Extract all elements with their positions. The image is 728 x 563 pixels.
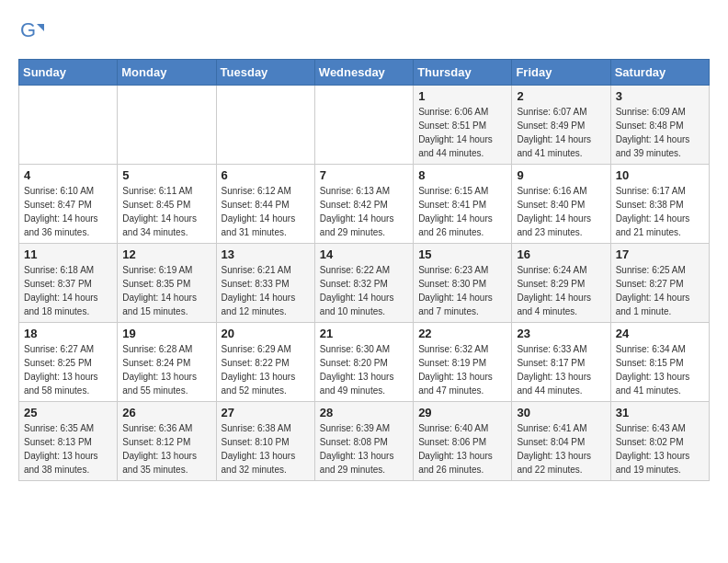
day-number: 17	[616, 247, 704, 261]
calendar-cell: 30Sunrise: 6:41 AM Sunset: 8:04 PM Dayli…	[512, 402, 610, 481]
calendar-cell: 27Sunrise: 6:38 AM Sunset: 8:10 PM Dayli…	[216, 402, 314, 481]
day-number: 21	[320, 327, 408, 340]
cell-info: Sunrise: 6:33 AM Sunset: 8:17 PM Dayligh…	[517, 342, 605, 397]
day-number: 7	[320, 168, 408, 182]
logo-icon: G	[18, 18, 44, 44]
cell-info: Sunrise: 6:35 AM Sunset: 8:13 PM Dayligh…	[24, 421, 112, 477]
cell-info: Sunrise: 6:11 AM Sunset: 8:45 PM Dayligh…	[122, 184, 210, 239]
svg-text:G: G	[20, 18, 36, 41]
weekday-header-sunday: Sunday	[19, 60, 118, 86]
cell-info: Sunrise: 6:19 AM Sunset: 8:35 PM Dayligh…	[122, 263, 210, 318]
calendar-cell: 2Sunrise: 6:07 AM Sunset: 8:49 PM Daylig…	[512, 86, 610, 165]
calendar-cell: 19Sunrise: 6:28 AM Sunset: 8:24 PM Dayli…	[118, 323, 216, 402]
calendar-cell: 16Sunrise: 6:24 AM Sunset: 8:29 PM Dayli…	[512, 244, 610, 323]
cell-info: Sunrise: 6:30 AM Sunset: 8:20 PM Dayligh…	[320, 342, 408, 397]
calendar-cell	[19, 86, 118, 165]
weekday-header-friday: Friday	[512, 60, 610, 86]
day-number: 20	[222, 327, 310, 340]
calendar-cell: 31Sunrise: 6:43 AM Sunset: 8:02 PM Dayli…	[610, 402, 709, 481]
calendar-cell: 4Sunrise: 6:10 AM Sunset: 8:47 PM Daylig…	[19, 165, 118, 244]
cell-info: Sunrise: 6:25 AM Sunset: 8:27 PM Dayligh…	[616, 263, 704, 318]
weekday-header-row: SundayMondayTuesdayWednesdayThursdayFrid…	[19, 60, 710, 86]
calendar-cell: 1Sunrise: 6:06 AM Sunset: 8:51 PM Daylig…	[414, 86, 512, 165]
cell-info: Sunrise: 6:40 AM Sunset: 8:06 PM Dayligh…	[418, 421, 506, 477]
calendar-cell: 29Sunrise: 6:40 AM Sunset: 8:06 PM Dayli…	[414, 402, 512, 481]
cell-info: Sunrise: 6:15 AM Sunset: 8:41 PM Dayligh…	[418, 184, 506, 239]
calendar-cell: 15Sunrise: 6:23 AM Sunset: 8:30 PM Dayli…	[414, 244, 512, 323]
cell-info: Sunrise: 6:16 AM Sunset: 8:40 PM Dayligh…	[517, 184, 605, 239]
cell-info: Sunrise: 6:32 AM Sunset: 8:19 PM Dayligh…	[418, 342, 506, 397]
calendar-cell: 22Sunrise: 6:32 AM Sunset: 8:19 PM Dayli…	[414, 323, 512, 402]
cell-info: Sunrise: 6:13 AM Sunset: 8:42 PM Dayligh…	[320, 184, 408, 239]
calendar-cell	[314, 86, 413, 165]
cell-info: Sunrise: 6:29 AM Sunset: 8:22 PM Dayligh…	[222, 342, 310, 397]
cell-info: Sunrise: 6:27 AM Sunset: 8:25 PM Dayligh…	[24, 342, 112, 397]
cell-info: Sunrise: 6:39 AM Sunset: 8:08 PM Dayligh…	[320, 421, 408, 477]
day-number: 28	[320, 406, 408, 419]
day-number: 26	[122, 406, 210, 419]
day-number: 19	[122, 327, 210, 340]
calendar-cell	[216, 86, 314, 165]
calendar-week-row: 1Sunrise: 6:06 AM Sunset: 8:51 PM Daylig…	[19, 86, 710, 165]
calendar-cell	[118, 86, 216, 165]
calendar-cell: 18Sunrise: 6:27 AM Sunset: 8:25 PM Dayli…	[19, 323, 118, 402]
cell-info: Sunrise: 6:23 AM Sunset: 8:30 PM Dayligh…	[418, 263, 506, 318]
cell-info: Sunrise: 6:41 AM Sunset: 8:04 PM Dayligh…	[517, 421, 605, 477]
calendar-cell: 9Sunrise: 6:16 AM Sunset: 8:40 PM Daylig…	[512, 165, 610, 244]
day-number: 6	[222, 168, 310, 182]
day-number: 4	[24, 168, 112, 182]
cell-info: Sunrise: 6:17 AM Sunset: 8:38 PM Dayligh…	[616, 184, 704, 239]
day-number: 2	[517, 89, 605, 103]
cell-info: Sunrise: 6:18 AM Sunset: 8:37 PM Dayligh…	[24, 263, 112, 318]
calendar-week-row: 18Sunrise: 6:27 AM Sunset: 8:25 PM Dayli…	[19, 323, 710, 402]
cell-info: Sunrise: 6:06 AM Sunset: 8:51 PM Dayligh…	[418, 105, 506, 160]
day-number: 29	[418, 406, 506, 419]
weekday-header-monday: Monday	[118, 60, 216, 86]
calendar-cell: 3Sunrise: 6:09 AM Sunset: 8:48 PM Daylig…	[610, 86, 709, 165]
calendar-cell: 24Sunrise: 6:34 AM Sunset: 8:15 PM Dayli…	[610, 323, 709, 402]
calendar-cell: 8Sunrise: 6:15 AM Sunset: 8:41 PM Daylig…	[414, 165, 512, 244]
calendar-cell: 21Sunrise: 6:30 AM Sunset: 8:20 PM Dayli…	[314, 323, 413, 402]
day-number: 9	[517, 168, 605, 182]
cell-info: Sunrise: 6:38 AM Sunset: 8:10 PM Dayligh…	[222, 421, 310, 477]
calendar-cell: 6Sunrise: 6:12 AM Sunset: 8:44 PM Daylig…	[216, 165, 314, 244]
day-number: 5	[122, 168, 210, 182]
calendar-table: SundayMondayTuesdayWednesdayThursdayFrid…	[18, 59, 710, 481]
day-number: 30	[517, 406, 605, 419]
weekday-header-saturday: Saturday	[610, 60, 709, 86]
cell-info: Sunrise: 6:43 AM Sunset: 8:02 PM Dayligh…	[616, 421, 704, 477]
day-number: 1	[418, 89, 506, 103]
day-number: 12	[122, 247, 210, 261]
day-number: 31	[616, 406, 704, 419]
calendar-cell: 11Sunrise: 6:18 AM Sunset: 8:37 PM Dayli…	[19, 244, 118, 323]
calendar-cell: 20Sunrise: 6:29 AM Sunset: 8:22 PM Dayli…	[216, 323, 314, 402]
cell-info: Sunrise: 6:21 AM Sunset: 8:33 PM Dayligh…	[222, 263, 310, 318]
calendar-cell: 7Sunrise: 6:13 AM Sunset: 8:42 PM Daylig…	[314, 165, 413, 244]
day-number: 11	[24, 247, 112, 261]
day-number: 13	[222, 247, 310, 261]
cell-info: Sunrise: 6:28 AM Sunset: 8:24 PM Dayligh…	[122, 342, 210, 397]
calendar-week-row: 25Sunrise: 6:35 AM Sunset: 8:13 PM Dayli…	[19, 402, 710, 481]
cell-info: Sunrise: 6:07 AM Sunset: 8:49 PM Dayligh…	[517, 105, 605, 160]
day-number: 3	[616, 89, 704, 103]
calendar-cell: 26Sunrise: 6:36 AM Sunset: 8:12 PM Dayli…	[118, 402, 216, 481]
calendar-cell: 13Sunrise: 6:21 AM Sunset: 8:33 PM Dayli…	[216, 244, 314, 323]
cell-info: Sunrise: 6:22 AM Sunset: 8:32 PM Dayligh…	[320, 263, 408, 318]
calendar-cell: 14Sunrise: 6:22 AM Sunset: 8:32 PM Dayli…	[314, 244, 413, 323]
day-number: 23	[517, 327, 605, 340]
calendar-cell: 17Sunrise: 6:25 AM Sunset: 8:27 PM Dayli…	[610, 244, 709, 323]
calendar-week-row: 11Sunrise: 6:18 AM Sunset: 8:37 PM Dayli…	[19, 244, 710, 323]
calendar-cell: 25Sunrise: 6:35 AM Sunset: 8:13 PM Dayli…	[19, 402, 118, 481]
svg-marker-2	[37, 24, 44, 31]
calendar-cell: 10Sunrise: 6:17 AM Sunset: 8:38 PM Dayli…	[610, 165, 709, 244]
cell-info: Sunrise: 6:34 AM Sunset: 8:15 PM Dayligh…	[616, 342, 704, 397]
weekday-header-thursday: Thursday	[414, 60, 512, 86]
calendar-week-row: 4Sunrise: 6:10 AM Sunset: 8:47 PM Daylig…	[19, 165, 710, 244]
cell-info: Sunrise: 6:10 AM Sunset: 8:47 PM Dayligh…	[24, 184, 112, 239]
day-number: 10	[616, 168, 704, 182]
cell-info: Sunrise: 6:36 AM Sunset: 8:12 PM Dayligh…	[122, 421, 210, 477]
calendar-cell: 5Sunrise: 6:11 AM Sunset: 8:45 PM Daylig…	[118, 165, 216, 244]
weekday-header-wednesday: Wednesday	[314, 60, 413, 86]
day-number: 25	[24, 406, 112, 419]
weekday-header-tuesday: Tuesday	[216, 60, 314, 86]
